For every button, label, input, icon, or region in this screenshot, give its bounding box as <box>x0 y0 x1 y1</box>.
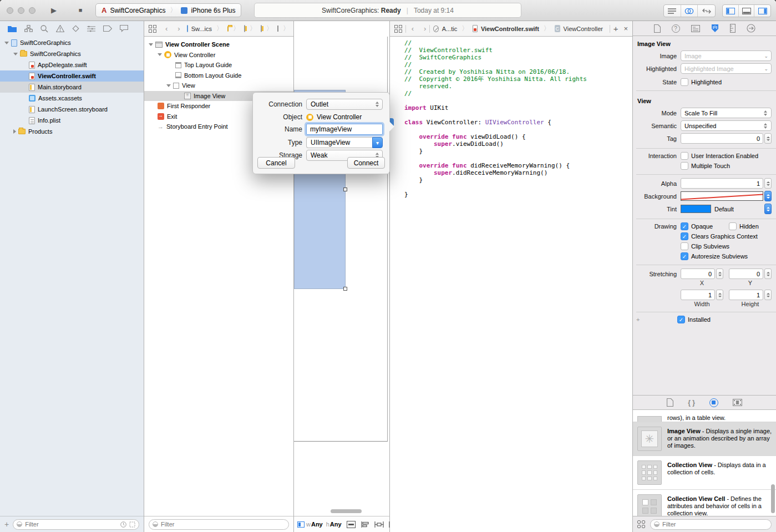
size-inspector-icon[interactable] <box>730 24 736 33</box>
stretch-width-field[interactable]: 1 <box>681 290 715 300</box>
stop-button[interactable]: ■ <box>71 3 90 17</box>
align-button[interactable] <box>361 521 369 528</box>
history-forward-button[interactable]: › <box>177 24 180 33</box>
version-editor-button[interactable] <box>698 5 715 17</box>
hidden-checkbox[interactable] <box>729 222 737 230</box>
history-back-button[interactable]: ‹ <box>412 24 418 33</box>
stretch-x-field[interactable]: 0 <box>681 268 715 279</box>
library-item-partial[interactable]: rows), in a table view. <box>633 410 776 422</box>
stretch-height-field[interactable]: 1 <box>729 290 763 300</box>
stretch-x-stepper[interactable] <box>716 268 723 279</box>
image-combo[interactable]: Image⌄ <box>681 50 772 61</box>
crumb-project[interactable]: Sw...ics <box>191 26 212 32</box>
alpha-stepper[interactable] <box>764 178 772 189</box>
history-forward-button[interactable]: › <box>424 24 426 33</box>
clears-graphics-context-checkbox[interactable]: ✓ <box>681 232 688 240</box>
report-navigator-icon[interactable] <box>120 25 128 32</box>
quick-help-inspector-icon[interactable]: ? <box>672 24 680 33</box>
zoom-window-button[interactable] <box>29 7 35 14</box>
disclosure-triangle[interactable] <box>4 42 9 44</box>
tag-field[interactable]: 0 <box>681 133 763 144</box>
object-library-icon[interactable] <box>709 398 718 407</box>
outline-row-bottom-layout-guide[interactable]: Bottom Layout Guide <box>144 70 293 81</box>
tint-popup[interactable] <box>764 204 772 214</box>
navigator-panel-toggle[interactable] <box>723 5 739 17</box>
add-assistant-editor-button[interactable]: + <box>613 24 618 33</box>
connections-inspector-icon[interactable] <box>747 24 755 33</box>
resize-handle-right[interactable] <box>343 188 347 191</box>
tree-row-project[interactable]: SwiftCoreGraphics <box>0 37 144 48</box>
tree-row-launchscreen[interactable]: LaunchScreen.storyboard <box>0 104 144 115</box>
test-navigator-icon[interactable] <box>72 25 79 32</box>
symbol-navigator-icon[interactable] <box>24 25 33 32</box>
outline-filter-input[interactable] <box>161 521 285 528</box>
debug-navigator-icon[interactable] <box>87 26 95 32</box>
type-combo-box[interactable]: UIImageView▾ <box>306 137 383 148</box>
tree-row-assets[interactable]: Assets.xcassets <box>0 93 144 104</box>
run-button[interactable]: ▶ <box>44 3 63 17</box>
standard-editor-button[interactable] <box>664 5 681 17</box>
name-field[interactable] <box>306 124 383 135</box>
close-window-button[interactable] <box>7 7 13 14</box>
embed-in-stack-button[interactable] <box>347 521 356 528</box>
alpha-field[interactable]: 1 <box>681 178 763 189</box>
breakpoint-navigator-icon[interactable] <box>103 26 112 32</box>
connect-button[interactable]: Connect <box>347 157 385 169</box>
library-item-collection-view-cell[interactable]: Collection View Cell - Defines the attri… <box>633 490 776 516</box>
autoresize-subviews-checkbox[interactable]: ✓ <box>681 252 688 260</box>
debug-area-toggle[interactable] <box>739 5 755 17</box>
project-navigator-icon[interactable] <box>8 25 17 32</box>
scheme-selector[interactable]: A SwiftCoreGraphics 〉 iPhone 6s Plus <box>95 3 241 17</box>
add-button[interactable]: + <box>4 520 9 529</box>
outline-row-view[interactable]: View <box>144 80 293 91</box>
highlighted-state-checkbox[interactable] <box>681 78 688 86</box>
library-item-collection-view[interactable]: Collection View - Displays data in a col… <box>633 456 776 490</box>
assistant-editor-button[interactable] <box>681 5 698 17</box>
outline-row-view-controller[interactable]: View Controller <box>144 50 293 60</box>
installed-checkbox[interactable]: ✓ <box>677 316 685 323</box>
add-variation-button[interactable]: + <box>633 316 641 323</box>
file-template-library-icon[interactable] <box>667 398 673 407</box>
highlighted-combo[interactable]: Highlighted Image⌄ <box>681 63 772 74</box>
disclosure-triangle[interactable] <box>13 129 16 134</box>
library-item-image-view[interactable]: ✳ Image View - Displays a single image, … <box>633 422 776 456</box>
library-view-toggle[interactable] <box>637 520 646 529</box>
code-snippet-library-icon[interactable]: { } <box>688 399 695 407</box>
tag-stepper[interactable] <box>764 133 772 144</box>
close-assistant-editor-button[interactable]: × <box>623 24 628 33</box>
issue-navigator-icon[interactable] <box>56 25 64 32</box>
recent-files-icon[interactable] <box>120 521 126 528</box>
crumb-automatic[interactable]: A...tic <box>442 26 458 32</box>
related-items-icon[interactable] <box>149 25 156 33</box>
background-color-popup[interactable] <box>764 191 772 201</box>
clip-subviews-checkbox[interactable] <box>681 242 688 250</box>
tree-row-products[interactable]: Products <box>0 126 144 137</box>
stretch-width-stepper[interactable] <box>716 290 723 300</box>
tree-row-storyboard[interactable]: Main.storyboard <box>0 82 144 93</box>
attributes-inspector-icon[interactable] <box>711 24 719 33</box>
tree-row-appdelegate[interactable]: AppDelegate.swift <box>0 59 144 70</box>
semantic-popup[interactable]: Unspecified <box>681 120 772 131</box>
canvas-scroll-indicator[interactable] <box>331 509 362 513</box>
minimize-window-button[interactable] <box>18 7 24 14</box>
tree-row-group[interactable]: SwiftCoreGraphics <box>0 48 144 59</box>
name-input[interactable] <box>307 125 382 133</box>
tree-row-infoplist[interactable]: Info.plist <box>0 115 144 126</box>
related-items-icon[interactable] <box>394 25 402 33</box>
code-area[interactable]: //// ViewController.swift// SwiftCoreGra… <box>390 39 632 198</box>
history-back-button[interactable]: ‹ <box>165 24 172 33</box>
library-filter-input[interactable] <box>662 521 768 528</box>
outline-row-top-layout-guide[interactable]: Top Layout Guide <box>144 60 293 70</box>
connection-popup-button[interactable]: Outlet <box>306 99 383 110</box>
media-library-icon[interactable] <box>733 399 742 406</box>
crumb-file[interactable]: ViewController.swift <box>481 26 539 32</box>
disclosure-triangle[interactable] <box>13 53 18 55</box>
search-navigator-icon[interactable] <box>40 25 48 33</box>
tree-row-viewcontroller[interactable]: ViewController.swift <box>0 70 144 82</box>
pin-button[interactable] <box>374 521 384 528</box>
navigator-filter-field[interactable] <box>13 519 139 530</box>
scheme-device[interactable]: iPhone 6s Plus <box>191 7 235 14</box>
opaque-checkbox[interactable]: ✓ <box>681 222 688 230</box>
crumb-symbol[interactable]: ViewController <box>564 26 603 32</box>
mode-popup[interactable]: Scale To Fill <box>681 108 772 118</box>
